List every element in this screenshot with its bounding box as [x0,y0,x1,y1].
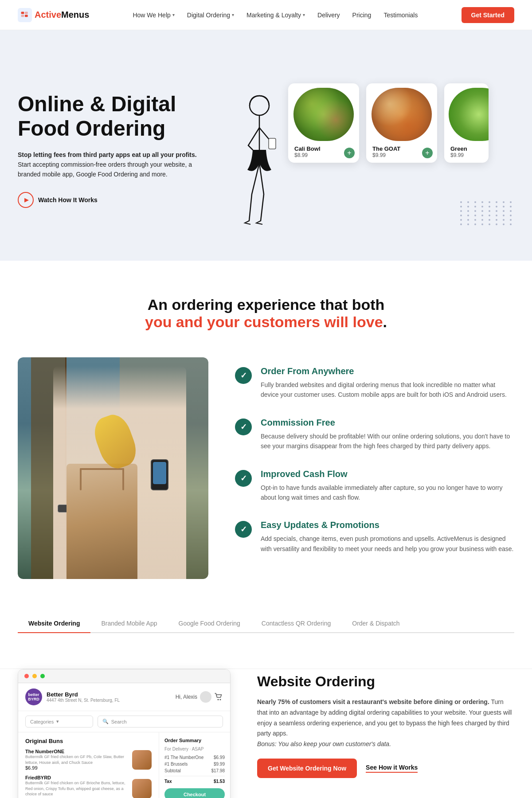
filter-chevron-icon: ▾ [56,719,59,724]
add-item-button[interactable]: + [344,148,355,158]
chevron-down-icon: ▾ [232,12,234,17]
watch-how-it-works-button[interactable]: Watch How It Works [18,192,204,208]
tab-branded-mobile-app[interactable]: Branded Mobile App [90,614,168,633]
svg-rect-0 [21,12,24,14]
hero-content: Online & Digital Food Ordering Stop lett… [18,92,204,208]
hero-title: Online & Digital Food Ordering [18,92,204,141]
add-item-button[interactable]: + [422,148,433,158]
app-menu: Original Buns The NumberONE Buttermilk G… [18,732,159,798]
menu-card-cali-bowl: Cali Bowl $8.99 + [288,83,359,163]
play-icon [18,192,34,208]
menu-card-green: Green $9.99 [444,83,489,163]
get-website-ordering-button[interactable]: Get Website Ordering Now [257,759,357,778]
nav-link-digital-ordering[interactable]: Digital Ordering ▾ [187,12,234,19]
svg-rect-3 [25,15,28,17]
search-icon: 🔍 [102,719,109,724]
see-how-it-works-link[interactable]: See How it Works [366,764,418,773]
demo-actions: Get Website Ordering Now See How it Work… [257,759,514,778]
hero-subtitle: Stop letting fees from third party apps … [18,150,204,180]
categories-label: Categories [30,719,54,724]
order-line: #1 The NumberOne $6.99 [164,755,225,760]
svg-rect-2 [21,15,24,17]
menu-card-the-goat: The GOAT $9.99 + [366,83,437,163]
chevron-down-icon: ▾ [303,12,305,17]
menu-cards-container: Cali Bowl $8.99 + The GOAT $9.99 [288,83,489,163]
menu-category-original-buns: Original Buns [25,738,152,744]
restaurant-logo-area: betterBYRD Better Byrd 4447 4th Street N… [25,688,120,705]
demo-content: Website Ordering Nearly 75% of customers… [257,669,514,778]
menu-item: FriedBYRD Buttermilk GF fried chicken on… [25,775,152,798]
nav-links: How We Help ▾ Digital Ordering ▾ Marketi… [133,12,418,19]
checkmark-icon [235,419,252,435]
logo[interactable]: ActiveMenus [18,8,89,22]
tabs-section: Website Ordering Branded Mobile App Goog… [0,614,532,669]
navigation: ActiveMenus How We Help ▾ Digital Orderi… [0,0,532,30]
feature-item-order-anywhere: Order From Anywhere Fully branded websit… [235,366,514,400]
tab-website-ordering[interactable]: Website Ordering [18,614,90,633]
tab-order-dispatch[interactable]: Order & Dispatch [341,614,410,633]
user-avatar [200,691,211,703]
tab-contactless-qr[interactable]: Contactless QR Ordering [251,614,341,633]
menu-item-image [132,750,152,770]
tagline-dot: . [383,313,387,330]
logo-icon [18,8,32,22]
menu-item-image [132,779,152,798]
features-list: Order From Anywhere Fully branded websit… [235,357,514,571]
nav-link-delivery[interactable]: Delivery [317,12,340,19]
demo-title: Website Ordering [257,673,514,690]
feature-text: Order From Anywhere Fully branded websit… [261,366,514,400]
chevron-down-icon: ▾ [172,12,175,17]
tab-google-food-ordering[interactable]: Google Food Ordering [168,614,251,633]
checkout-button[interactable]: Checkout [164,788,225,798]
hero-section: Online & Digital Food Ordering Stop lett… [0,30,532,261]
tabs-nav: Website Ordering Branded Mobile App Goog… [18,614,514,633]
restaurant-name: Better Byrd [47,691,120,698]
tagline-line1: An ordering experience that both [148,296,385,313]
restaurant-logo: betterBYRD [25,688,42,705]
menu-item: The NumberONE Buttermilk GF fried chicke… [25,749,152,771]
feature-item-commission-free: Commission Free Because delivery should … [235,418,514,451]
website-ordering-demo: betterBYRD Better Byrd 4447 4th Street N… [18,669,231,798]
nav-link-how-we-help[interactable]: How We Help ▾ [133,12,174,19]
svg-point-6 [218,699,219,700]
features-section: Order From Anywhere Fully branded websit… [0,357,532,614]
svg-point-7 [220,699,221,700]
get-started-button[interactable]: Get Started [462,7,514,23]
nav-link-marketing-loyalty[interactable]: Marketing & Loyalty ▾ [246,12,305,19]
browser-minimize-dot [32,674,37,678]
browser-close-dot [24,674,29,678]
app-content: Original Buns The NumberONE Buttermilk G… [18,732,230,798]
user-greeting: Hi, Alexis [176,691,223,703]
nav-link-testimonials[interactable]: Testimonials [383,12,418,19]
checkmark-icon [235,521,252,538]
svg-rect-1 [25,12,28,14]
order-line: #1 Brussels $9.99 [164,762,225,767]
logo-active-text: Active [35,10,61,20]
hero-visual: Cali Bowl $8.99 + The GOAT $9.99 [231,66,514,234]
decorative-dots [460,201,514,225]
checkmark-icon [235,470,252,487]
hero-person-illustration [235,92,284,234]
feature-text: Easy Updates & Promotions Add specials, … [261,520,514,554]
features-photo [18,357,208,579]
feature-text: Improved Cash Flow Opt-in to have funds … [261,469,514,503]
ordering-app: betterBYRD Better Byrd 4447 4th Street N… [18,683,230,798]
tax-line: Tax $1.53 [164,776,225,784]
app-controls: Categories ▾ 🔍 Search [18,711,230,732]
tagline-section: An ordering experience that both you and… [0,261,532,357]
demo-section: betterBYRD Better Byrd 4447 4th Street N… [0,669,532,798]
search-placeholder: Search [111,719,127,724]
browser-chrome [18,669,230,683]
tagline-line2: you and your customers will love [145,313,383,330]
checkmark-icon [235,367,252,384]
restaurant-address: 4447 4th Street N, St. Petersburg, FL [47,698,120,703]
cart-icon [214,692,223,701]
app-header: betterBYRD Better Byrd 4447 4th Street N… [18,683,230,711]
feature-item-cash-flow: Improved Cash Flow Opt-in to have funds … [235,469,514,503]
nav-link-pricing[interactable]: Pricing [352,12,372,19]
feature-item-easy-updates: Easy Updates & Promotions Add specials, … [235,520,514,554]
browser-maximize-dot [40,674,45,678]
logo-rest-text: Menus [61,10,89,20]
svg-rect-5 [269,138,276,149]
order-summary-panel: Order Summary For Delivery · ASAP #1 The… [159,732,230,798]
